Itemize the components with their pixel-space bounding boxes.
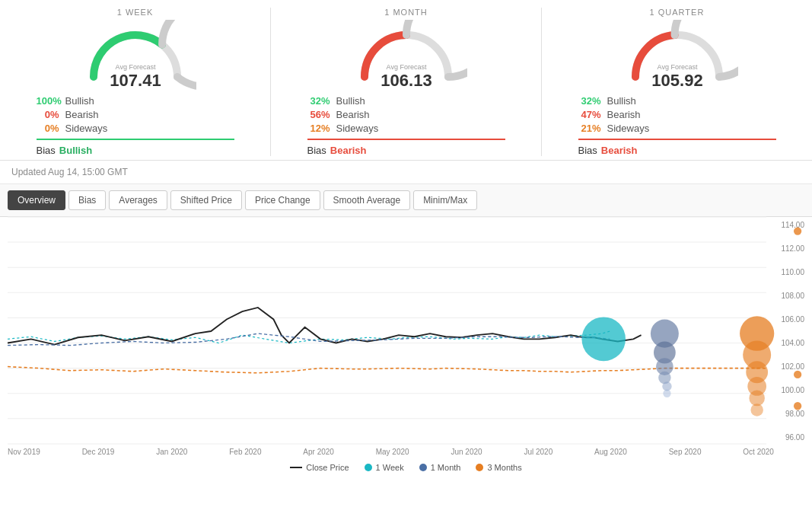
bias-row-month: Bias Bearish (307, 145, 505, 156)
x-axis-label: Feb 2020 (229, 448, 261, 456)
svg-point-16 (581, 317, 626, 361)
gauge-svg-quarter: Avg Forecast 105.92 (616, 20, 738, 92)
legend-label: 1 Week (376, 463, 404, 472)
stats-pct: 56% (307, 109, 336, 120)
y-axis-label: 98.00 (766, 410, 804, 418)
gauge-container-week: Avg Forecast 107.41 (75, 20, 196, 88)
stats-row: 12% Sideways (307, 123, 505, 134)
updated-text: Updated Aug 14, 15:00 GMT (11, 167, 128, 177)
tab-minim/max[interactable]: Minim/Max (413, 190, 477, 210)
x-axis-label: Jan 2020 (156, 448, 187, 456)
tab-overview[interactable]: Overview (8, 190, 65, 210)
stats-label: Sideways (607, 123, 650, 134)
tab-shifted-price[interactable]: Shifted Price (170, 190, 242, 210)
bias-value: Bearish (330, 145, 367, 156)
stats-label: Sideways (65, 123, 108, 134)
x-axis-label: Jun 2020 (451, 448, 482, 456)
bias-row-quarter: Bias Bearish (578, 145, 776, 156)
legend-item-1-month: 1 Month (419, 463, 461, 472)
bias-label: Bias (37, 145, 56, 156)
legend-label: 3 Months (487, 463, 521, 472)
stats-row: 21% Sideways (578, 123, 776, 134)
legend-item-close-price: Close Price (290, 463, 349, 472)
legend-label: 1 Month (431, 463, 461, 472)
gauge-svg-month: Avg Forecast 106.13 (345, 20, 467, 92)
legend: Close Price 1 Week 1 Month 3 Months (0, 458, 812, 477)
legend-item-3-months: 3 Months (476, 463, 521, 472)
stats-label: Bearish (65, 109, 99, 120)
stats-pct: 47% (578, 109, 607, 120)
chart-area: 114.00112.00110.00108.00106.00104.00102.… (8, 217, 804, 445)
legend-dot (476, 464, 483, 471)
x-axis-label: Jul 2020 (524, 448, 552, 456)
chart-svg-wrapper (8, 217, 766, 445)
x-axis-label: Dec 2019 (82, 448, 115, 456)
stats-row: 47% Bearish (578, 109, 776, 120)
y-axis-label: 100.00 (766, 386, 804, 394)
legend-dot (419, 464, 427, 471)
x-axis-label: Apr 2020 (303, 448, 334, 456)
tab-bias[interactable]: Bias (68, 190, 106, 210)
y-axis-label: 106.00 (766, 315, 804, 324)
top-section: 1 WEEK Avg Forecast 107.41 100% Bullish (0, 0, 812, 161)
y-axis-label: 96.00 (766, 433, 804, 442)
legend-line (290, 467, 302, 468)
svg-point-29 (794, 227, 801, 234)
stats-pct: 32% (307, 95, 336, 107)
stats-row: 56% Bearish (307, 109, 505, 120)
gauge-panel-week: 1 WEEK Avg Forecast 107.41 100% Bullish (0, 8, 271, 156)
bias-value: Bullish (59, 145, 92, 156)
stats-row: 32% Bullish (578, 95, 776, 107)
gauge-title-month: 1 MONTH (384, 8, 428, 17)
divider (37, 139, 234, 140)
legend-dot (365, 464, 372, 471)
stats-pct: 0% (37, 123, 65, 134)
svg-point-31 (794, 402, 801, 410)
y-axis-label: 102.00 (766, 362, 804, 371)
x-axis-label: Aug 2020 (594, 448, 627, 456)
updated-bar: Updated Aug 14, 15:00 GMT (0, 161, 812, 184)
x-axis-label: Nov 2019 (8, 448, 40, 456)
legend-item-1-week: 1 Week (365, 463, 404, 472)
stats-pct: 21% (578, 123, 607, 134)
svg-text:Avg Forecast: Avg Forecast (386, 63, 426, 71)
gauge-container-quarter: Avg Forecast 105.92 (616, 20, 738, 88)
stats-pct: 0% (37, 109, 65, 120)
stats-row: 0% Bearish (37, 109, 234, 120)
bias-label: Bias (307, 145, 326, 156)
gauge-panel-quarter: 1 QUARTER Avg Forecast 105.92 32% Bullis… (542, 8, 812, 156)
stats-label: Bullish (65, 95, 94, 107)
stats-table-month: 32% Bullish 56% Bearish 12% Sideways Bia… (300, 93, 513, 156)
tab-price-change[interactable]: Price Change (245, 190, 320, 210)
x-axis-label: May 2020 (376, 448, 409, 456)
stats-table-week: 100% Bullish 0% Bearish 0% Sideways Bias… (29, 93, 242, 156)
bias-value: Bearish (601, 145, 638, 156)
gauge-svg-week: Avg Forecast 107.41 (75, 20, 196, 92)
stats-pct: 32% (578, 95, 607, 107)
gauge-title-week: 1 WEEK (117, 8, 154, 17)
gauge-container-month: Avg Forecast 106.13 (345, 20, 467, 88)
stats-label: Sideways (336, 123, 379, 134)
tab-averages[interactable]: Averages (109, 190, 167, 210)
x-axis-label: Oct 2020 (743, 448, 774, 456)
y-axis-label: 112.00 (766, 244, 804, 253)
tabs-bar: OverviewBiasAveragesShifted PricePrice C… (0, 184, 812, 217)
svg-text:105.92: 105.92 (651, 71, 702, 90)
svg-text:Avg Forecast: Avg Forecast (657, 63, 697, 71)
stats-pct: 12% (307, 123, 336, 134)
tab-smooth-average[interactable]: Smooth Average (323, 190, 411, 210)
y-axis-label: 110.00 (766, 268, 804, 276)
svg-point-22 (663, 390, 670, 397)
stats-label: Bullish (607, 95, 636, 107)
divider (578, 139, 776, 140)
stats-label: Bearish (607, 109, 641, 120)
svg-point-30 (794, 371, 801, 378)
gauge-panel-month: 1 MONTH Avg Forecast 106.13 32% Bullish (271, 8, 542, 156)
svg-text:Avg Forecast: Avg Forecast (115, 63, 155, 71)
stats-row: 32% Bullish (307, 95, 505, 107)
svg-point-28 (750, 404, 763, 416)
divider (307, 139, 505, 140)
stats-row: 0% Sideways (37, 123, 234, 134)
y-axis-label: 108.00 (766, 292, 804, 300)
x-axis-labels: Nov 2019Dec 2019Jan 2020Feb 2020Apr 2020… (0, 445, 812, 458)
